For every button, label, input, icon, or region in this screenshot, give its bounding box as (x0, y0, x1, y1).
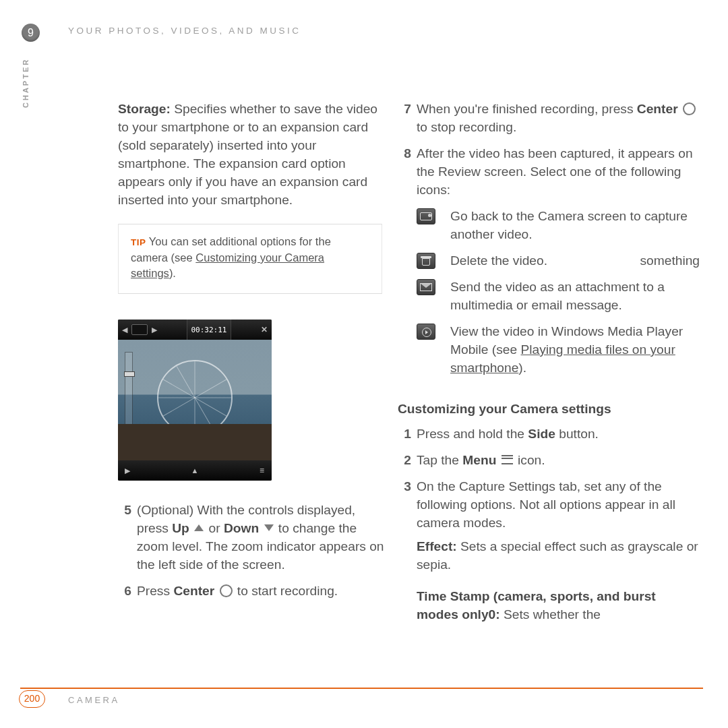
step-6-text-a: Press (137, 584, 173, 598)
custom-step-3: 3 On the Capture Settings tab, set any o… (398, 477, 700, 532)
step-number: 7 (384, 100, 411, 118)
ground-graphic (118, 424, 272, 460)
screenshot-topbar: ◀ ▶ 00:32:11 ✕ (118, 320, 272, 340)
envelope-icon (417, 279, 435, 295)
center-label: Center (637, 102, 678, 116)
screenshot-bottombar: ▶ ▲ ≡ (118, 460, 272, 481)
center-circle-icon (683, 102, 696, 115)
custom-step-2: 2 Tap the Menu icon. (398, 451, 700, 469)
footer-section-label: CAMERA (68, 695, 120, 705)
down-label: Down (224, 521, 259, 535)
chapter-number-badge: 9 (22, 24, 40, 42)
menu-bars-icon: ≡ (260, 462, 265, 480)
timestamp-paragraph: Time Stamp (camera, sports, and burst mo… (398, 587, 700, 624)
close-icon: ✕ (261, 321, 268, 339)
step-7-text-a: When you're finished recording, press (417, 102, 637, 116)
review-camera-text: Go back to the Camera screen to capture … (450, 207, 700, 243)
custom-step-1: 1 Press and hold the Side button. (398, 425, 700, 443)
up-label: Up (172, 521, 189, 535)
video-mode-icon (131, 324, 148, 335)
step-7-text-b: to stop recording. (417, 120, 516, 134)
camera-screenshot: ◀ ▶ 00:32:11 ✕ ▶ ▲ ≡ (118, 320, 272, 481)
down-triangle-icon (264, 524, 274, 531)
timestamp-body: Sets whether the (500, 607, 601, 621)
up-triangle-icon (194, 524, 204, 531)
c1-text-b: button. (555, 427, 599, 441)
page-number: 200 (19, 690, 45, 708)
c2-text-b: icon. (514, 453, 545, 467)
tip-box: TIP You can set additional options for t… (118, 224, 382, 294)
review-view-suffix: ). (518, 361, 526, 375)
c1-text-a: Press and hold the (417, 427, 528, 441)
tip-text-suffix: ). (169, 267, 176, 279)
step-8: 8 After the video has been captured, it … (398, 144, 700, 199)
step-8-text: After the video has been captured, it ap… (417, 146, 693, 197)
step-5: 5 (Optional) With the controls displayed… (118, 501, 388, 574)
review-row-delete: Delete the video. something (417, 251, 700, 270)
storage-term: Storage: (118, 102, 171, 116)
review-row-send: Send the video as an attachment to a mul… (417, 278, 700, 314)
step-number: 8 (384, 144, 411, 162)
review-send-text: Send the video as an attachment to a mul… (450, 278, 700, 314)
review-icon-list: Go back to the Camera screen to capture … (398, 207, 700, 377)
menu-label: Menu (462, 453, 496, 467)
side-label: Side (528, 427, 555, 441)
effect-paragraph: Effect: Sets a special effect such as gr… (398, 537, 700, 574)
storage-paragraph: Storage: Specifies whether to save the v… (118, 100, 388, 209)
step-number: 1 (384, 425, 411, 443)
column-left: Storage: Specifies whether to save the v… (118, 100, 388, 608)
review-delete-text: Delete the video. (450, 251, 625, 270)
step-7: 7 When you're finished recording, press … (398, 100, 700, 136)
step-6: 6 Press Center to start recording. (118, 582, 388, 600)
center-label: Center (173, 584, 214, 598)
review-row-view: View the video in Windows Media Player M… (417, 322, 700, 377)
menu-icon (502, 455, 513, 464)
media-player-icon (417, 324, 435, 340)
step-number: 2 (384, 451, 411, 469)
chapter-label-vertical: CHAPTER (22, 58, 30, 108)
screenshot-viewfinder (118, 340, 272, 460)
step-5-text-b: or (205, 521, 224, 535)
recording-timer: 00:32:11 (187, 320, 232, 341)
customizing-subheading: Customizing your Camera settings (398, 400, 700, 418)
up-arrow-icon: ▲ (191, 462, 199, 480)
page: 9 YOUR PHOTOS, VIDEOS, AND MUSIC CHAPTER… (0, 0, 728, 728)
column-right: 7 When you're finished recording, press … (398, 100, 700, 637)
camera-icon (417, 208, 435, 224)
step-6-text-b: to start recording. (234, 584, 338, 598)
review-view-text: View the video in Windows Media Player M… (450, 322, 700, 377)
effect-body: Sets a special effect such as grayscale … (417, 539, 698, 572)
center-circle-icon (220, 584, 233, 597)
effect-term: Effect: (417, 539, 457, 553)
page-title: YOUR PHOTOS, VIDEOS, AND MUSIC (68, 26, 301, 36)
step-number: 3 (384, 477, 411, 495)
review-row-camera: Go back to the Camera screen to capture … (417, 207, 700, 243)
step-number: 5 (104, 501, 131, 519)
tip-label: TIP (131, 237, 146, 247)
play-icon: ▶ (125, 462, 130, 480)
left-arrow-icon: ◀ (122, 321, 127, 339)
right-arrow-icon: ▶ (152, 321, 157, 339)
storage-body: Specifies whether to save the video to y… (118, 102, 377, 207)
step-number: 6 (104, 582, 131, 600)
c2-text-a: Tap the (417, 453, 462, 467)
footer-rule (20, 688, 703, 689)
c3-text: On the Capture Settings tab, set any of … (417, 479, 675, 530)
trash-icon (417, 253, 435, 269)
